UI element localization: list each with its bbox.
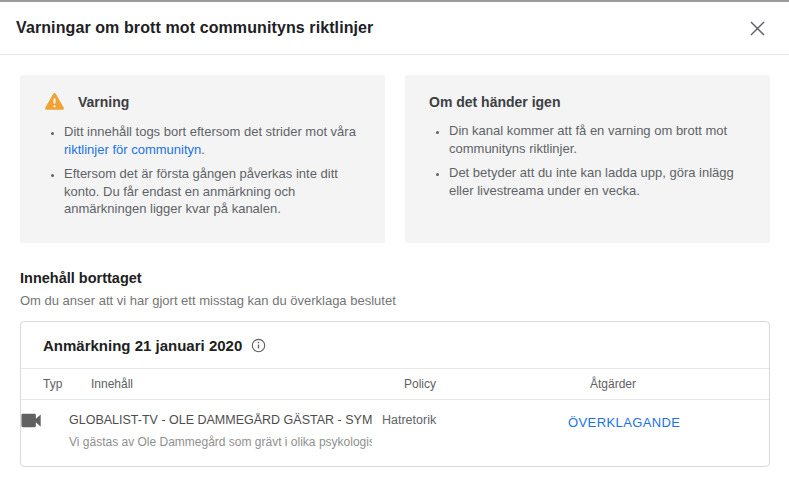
warning-bullet-1: Ditt innehåll togs bort eftersom det str… [64,123,361,158]
warning-panel-header: Varning [44,92,361,111]
repeat-bullet-list: Din kanal kommer att få en varning om br… [429,122,746,199]
info-icon[interactable] [251,338,266,353]
strike-card-header: Anmärkning 21 januari 2020 [21,322,769,369]
repeat-bullet-2: Det betyder att du inte kan ladda upp, g… [449,164,746,199]
column-header-type: Typ [43,377,91,391]
warning-triangle-icon [44,92,65,111]
repeat-offense-panel: Om det händer igen Din kanal kommer att … [405,75,770,243]
strike-card: Anmärkning 21 januari 2020 Typ Innehåll … [20,321,770,467]
removed-content-title: Innehåll borttaget [20,270,770,286]
repeat-panel-header: Om det händer igen [429,94,746,110]
page-title: Varningar om brott mot communityns riktl… [16,19,373,37]
appeal-link[interactable]: ÖVERKLAGANDE [568,415,680,430]
warning-bullet-2: Eftersom det är första gången påverkas i… [64,165,361,218]
video-description: Vi gästas av Ole Dammegård som grävt i o… [69,435,372,449]
column-header-actions: Åtgärder [590,377,769,391]
video-type-icon [21,413,69,428]
column-header-policy: Policy [404,377,590,391]
info-panels: Varning Ditt innehåll togs bort eftersom… [20,75,770,243]
repeat-panel-title: Om det händer igen [429,94,560,110]
video-title: GLOBALIST-TV - OLE DAMMEGÅRD GÄSTAR - SY… [69,413,372,428]
video-content-cell: GLOBALIST-TV - OLE DAMMEGÅRD GÄSTAR - SY… [69,413,382,449]
actions-cell: ÖVERKLAGANDE [568,413,769,431]
community-guidelines-link[interactable]: riktlinjer för communityn [64,142,201,157]
warning-bullet-list: Ditt innehåll togs bort eftersom det str… [44,123,361,218]
table-header-row: Typ Innehåll Policy Åtgärder [21,369,769,400]
column-header-content: Innehåll [91,377,404,391]
dialog-header: Varningar om brott mot communityns riktl… [0,2,789,55]
warning-bullet-1-period: . [201,142,205,157]
strike-date-label: Anmärkning 21 januari 2020 [43,337,242,354]
policy-value: Hatretorik [382,413,568,428]
close-icon[interactable] [745,16,769,40]
warning-panel: Varning Ditt innehåll togs bort eftersom… [20,75,385,243]
warning-panel-title: Varning [78,94,129,110]
dialog-content: Varning Ditt innehåll togs bort eftersom… [0,55,789,467]
removed-content-subtitle: Om du anser att vi har gjort ett misstag… [20,293,770,308]
table-row: GLOBALIST-TV - OLE DAMMEGÅRD GÄSTAR - SY… [21,400,769,466]
repeat-bullet-1: Din kanal kommer att få en varning om br… [449,122,746,157]
warning-bullet-1-text: Ditt innehåll togs bort eftersom det str… [64,124,356,139]
